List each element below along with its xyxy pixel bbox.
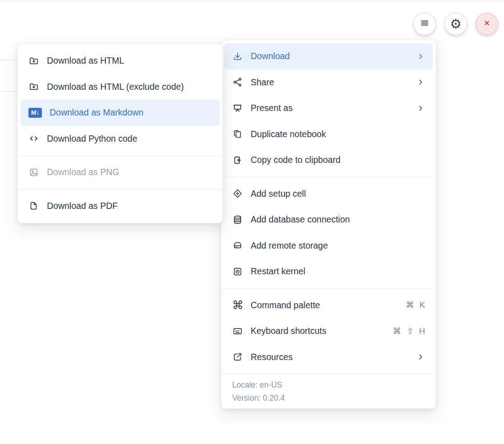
menu-button[interactable] [413, 13, 436, 35]
menu-item-label: Download as HTML [47, 56, 212, 66]
image-icon [28, 167, 39, 178]
menu-item-command-palette[interactable]: ⌘Command palette⌘ K [225, 292, 433, 319]
folder-download-icon [28, 81, 39, 92]
chevron-right-icon [416, 52, 425, 61]
menu-item-download[interactable]: Download [225, 43, 433, 69]
menu-item-label: Add remote storage [251, 240, 425, 251]
menu-item-restart-kernel[interactable]: Restart kernel [225, 259, 433, 285]
menu-item-label: Restart kernel [251, 266, 425, 277]
menu-item-add-database-connection[interactable]: Add database connection [225, 207, 433, 233]
folder-download-icon [28, 56, 39, 66]
app-window: ⚙ DownloadSharePresent asDuplicate noteb… [0, 0, 504, 444]
menu-divider [18, 155, 223, 156]
menu-item-add-setup-cell[interactable]: Add setup cell [225, 181, 433, 207]
menu-item-share[interactable]: Share [225, 69, 433, 96]
menu-item-copy-code-to-clipboard[interactable]: Copy code to clipboard [225, 147, 433, 173]
background-row-line [0, 60, 17, 60]
database-icon [232, 214, 243, 225]
menu-item-label: Add database connection [251, 214, 425, 225]
menu-item-label: Present as [251, 103, 411, 113]
menu-item-add-remote-storage[interactable]: Add remote storage [225, 233, 433, 259]
gear-icon: ⚙ [450, 18, 462, 31]
code-icon [28, 133, 39, 144]
menu-item-duplicate-notebook[interactable]: Duplicate notebook [225, 121, 433, 148]
download-submenu: Download as HTMLDownload as HTML (exclud… [17, 43, 223, 223]
menu-item-present-as[interactable]: Present as [225, 95, 433, 121]
header-buttons: ⚙ [413, 13, 498, 35]
markdown-icon: M↓ [28, 108, 42, 118]
restart-icon [232, 266, 243, 277]
menu-item-download-as-pdf[interactable]: Download as PDF [21, 193, 220, 219]
close-icon [481, 18, 492, 30]
chevron-right-icon [416, 352, 425, 361]
menu-divider [221, 177, 436, 177]
menu-item-label: Add setup cell [251, 189, 425, 199]
menu-item-label: Download as HTML (exclude code) [47, 82, 212, 92]
menu-item-label: Download as PNG [47, 167, 212, 177]
menu-item-label: Download as PDF [47, 201, 212, 211]
menu-item-download-as-html-exclude-code[interactable]: Download as HTML (exclude code) [21, 74, 220, 100]
chevron-right-icon [416, 104, 425, 113]
menu-item-label: Share [251, 77, 411, 88]
share-icon [232, 77, 243, 88]
download-icon [232, 51, 243, 62]
menu-item-download-python-code[interactable]: Download Python code [21, 126, 220, 152]
menu-item-keyboard-shortcuts[interactable]: Keyboard shortcuts⌘ ⇧ H [225, 318, 433, 344]
menu-item-label: Command palette [251, 300, 400, 310]
menu-item-download-as-png[interactable]: Download as PNG [21, 159, 220, 185]
setup-cell-icon [232, 188, 243, 199]
menu-item-resources[interactable]: Resources [225, 344, 433, 370]
clipboard-icon [232, 155, 243, 166]
shortcut-hint: ⌘ K [406, 300, 425, 310]
close-button[interactable] [476, 13, 498, 35]
menu-item-label: Duplicate notebook [251, 129, 425, 139]
menu-item-label: Download Python code [47, 134, 212, 144]
storage-icon [232, 240, 243, 251]
menu-item-label: Download as Markdown [50, 107, 212, 118]
present-icon [232, 103, 243, 114]
hamburger-icon [419, 18, 430, 30]
settings-button[interactable]: ⚙ [444, 13, 467, 35]
file-icon [28, 200, 39, 211]
menu-footer: Locale: en-US Version: 0.20.4 [221, 374, 436, 408]
menu-item-download-as-html[interactable]: Download as HTML [21, 48, 220, 74]
chevron-right-icon [416, 78, 425, 87]
external-link-icon [232, 352, 243, 362]
background-row-line [0, 91, 17, 92]
menu-item-label: Keyboard shortcuts [251, 326, 387, 336]
menu-item-label: Resources [251, 352, 411, 362]
notebook-menu: DownloadSharePresent asDuplicate noteboo… [221, 40, 436, 409]
version-text: Version: 0.20.4 [232, 392, 425, 405]
keyboard-icon [232, 326, 243, 337]
menu-item-label: Copy code to clipboard [251, 155, 425, 165]
command-icon: ⌘ [232, 300, 243, 310]
locale-text: Locale: en-US [232, 379, 425, 392]
menu-divider [221, 288, 436, 289]
page-top-divider [0, 1, 504, 1]
duplicate-icon [232, 129, 243, 139]
menu-divider [18, 189, 223, 190]
menu-item-label: Download [251, 51, 411, 61]
menu-item-download-as-markdown[interactable]: M↓Download as Markdown [21, 100, 220, 126]
shortcut-hint: ⌘ ⇧ H [393, 326, 425, 336]
